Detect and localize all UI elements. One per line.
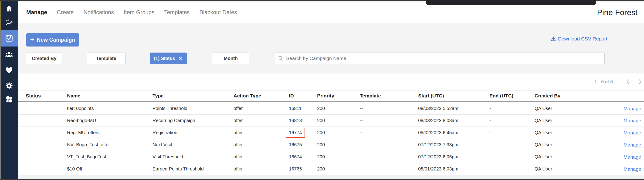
tab-notifications[interactable]: Notifications (83, 9, 114, 15)
created-by: QA User (534, 130, 624, 135)
campaign-name: $10 Off (67, 166, 152, 172)
screen-left-edge (0, 1, 1, 31)
search-field-wrap (275, 53, 605, 64)
manage-cell: Manage (624, 142, 644, 148)
chevron-left-icon (626, 79, 630, 85)
filter-created-by[interactable]: Created By (26, 53, 62, 64)
search-icon (278, 56, 284, 61)
campaign-name: VT_Test_BogoTest (67, 154, 152, 160)
start-utc: 08/01/2023 6:03pm (418, 166, 490, 172)
campaign-type: Recurring Campaign (152, 118, 234, 123)
toolbar: + New Campaign Download CSV Report Creat… (18, 23, 644, 73)
template: -- (360, 142, 418, 148)
table-row: VT_Test_BogoTest Visit Threshold offer 1… (18, 151, 644, 163)
campaign-id: 16818 (286, 116, 305, 126)
sidebar-item-settings[interactable] (0, 80, 18, 91)
col-header-status: Status (26, 93, 67, 99)
prev-page-button[interactable] (626, 79, 630, 85)
manage-cell: Manage (624, 106, 644, 111)
search-input[interactable] (275, 53, 605, 64)
filter-template[interactable]: Template (87, 53, 126, 64)
created-by: QA User (534, 166, 624, 172)
priority: 200 (317, 154, 360, 160)
screen-left-edge (0, 31, 1, 179)
manage-cell: Manage (624, 130, 644, 136)
campaign-id: 16765 (286, 164, 305, 174)
table-row: Rec-bogo-MU Recurring Campaign offer 168… (18, 115, 644, 127)
table-header: Status Name Type Action Type ID Priority… (18, 90, 644, 102)
manage-link[interactable]: Manage (624, 130, 644, 136)
filter-month[interactable]: Month (212, 53, 249, 64)
manage-link[interactable]: Manage (624, 118, 644, 124)
download-csv-link[interactable]: Download CSV Report (551, 36, 607, 42)
manage-link[interactable]: Manage (624, 154, 644, 160)
sidebar-item-campaigns[interactable] (0, 30, 18, 46)
campaign-id-cell: 16675 (289, 142, 317, 148)
end-utc: - (490, 142, 534, 148)
campaign-name: NV_Bogo_Test_offer (67, 142, 152, 148)
table-body: tier100points Points Threshold offer 168… (18, 103, 644, 175)
campaign-id-cell: 16674 (289, 154, 317, 160)
filter-status[interactable]: (1) Status (150, 53, 187, 64)
next-page-button[interactable] (638, 79, 642, 85)
action-type: offer (234, 118, 289, 123)
tab-create[interactable]: Create (57, 9, 74, 15)
pagination-range: 1 - 6 of 6 (594, 79, 613, 84)
tab-manage[interactable]: Manage (26, 9, 47, 15)
campaign-name: tier100points (67, 106, 152, 111)
campaign-type: Registration (152, 130, 234, 135)
template: -- (360, 154, 418, 160)
campaign-id-cell: 16774 (289, 130, 317, 135)
action-type: offer (234, 130, 289, 135)
table-row: tier100points Points Threshold offer 168… (18, 103, 644, 115)
campaign-type: Visit Threshold (152, 154, 234, 160)
remove-filter-icon[interactable] (178, 56, 182, 60)
tab-templates[interactable]: Templates (164, 9, 190, 15)
campaign-name: Rec-bogo-MU (67, 118, 152, 123)
status-cell (26, 142, 67, 148)
sidebar-item-segments[interactable] (0, 94, 18, 105)
end-utc: - (490, 106, 534, 111)
start-utc: 07/12/2023 7:33pm (418, 142, 490, 148)
sidebar-item-audience[interactable] (0, 49, 18, 60)
col-header-name: Name (67, 93, 152, 99)
sidebar-item-loyalty[interactable] (0, 65, 18, 76)
col-header-end-utc: End (UTC) (490, 93, 534, 99)
template: -- (360, 118, 418, 123)
heart-icon (5, 66, 13, 74)
plus-icon: + (30, 36, 34, 43)
template: -- (360, 130, 418, 135)
start-utc: 07/12/2023 6:06pm (418, 154, 490, 160)
sidebar-item-insights[interactable] (0, 17, 18, 29)
status-cell (26, 154, 67, 160)
manage-link[interactable]: Manage (624, 166, 644, 172)
priority: 200 (317, 142, 360, 148)
main-area: Manage Create Notifications Item Groups … (18, 1, 644, 180)
priority: 200 (317, 130, 360, 135)
end-utc: - (490, 166, 534, 172)
sidebar-item-home[interactable] (0, 3, 18, 14)
created-by: QA User (534, 118, 624, 123)
audience-icon (5, 50, 13, 59)
status-cell (26, 130, 67, 135)
table-row: $10 Off Earned Points Threshold offer 16… (18, 163, 644, 175)
campaign-id: 16674 (286, 152, 305, 162)
campaign-id: 16675 (286, 140, 305, 150)
campaign-id-cell: 16818 (289, 118, 317, 123)
chevron-right-icon (638, 79, 642, 85)
manage-cell: Manage (624, 166, 644, 172)
created-by: QA User (534, 142, 624, 148)
campaign-id: 16774 (286, 128, 305, 138)
tab-blackout-dates[interactable]: Blackout Dates (200, 9, 237, 15)
tab-item-groups[interactable]: Item Groups (124, 9, 154, 15)
status-cell (26, 118, 67, 123)
col-header-type: Type (152, 93, 234, 99)
new-campaign-button[interactable]: + New Campaign (26, 33, 79, 46)
end-utc: - (490, 130, 534, 135)
manage-link[interactable]: Manage (624, 106, 644, 111)
template: -- (360, 166, 418, 172)
table-row: NV_Bogo_Test_offer Next Visit offer 1667… (18, 139, 644, 151)
start-utc: 08/02/2023 6:45am (418, 130, 490, 135)
manage-cell: Manage (624, 154, 644, 160)
manage-link[interactable]: Manage (624, 142, 644, 148)
